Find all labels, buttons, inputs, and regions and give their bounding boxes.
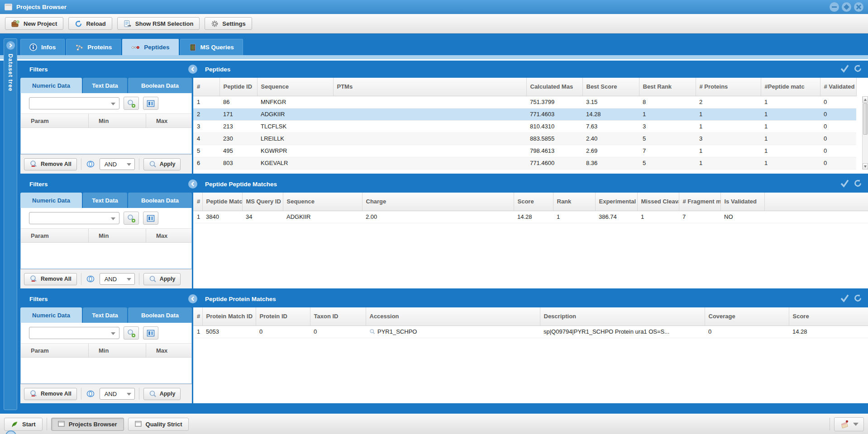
column-header[interactable]: Peptide ID (219, 78, 257, 96)
tab-peptides[interactable]: Peptides (122, 39, 178, 55)
reload-button[interactable]: Reload (68, 17, 112, 30)
settings-button[interactable]: Settings (205, 17, 252, 30)
table-row[interactable]: 1505300PYR1_SCHPOsp|Q09794|PYR1_SCHPO Pr… (193, 326, 868, 338)
vertical-scrollbar[interactable] (862, 96, 868, 170)
max-column-header[interactable]: Max (146, 114, 191, 127)
refresh-icon[interactable] (854, 179, 862, 188)
add-filter-button[interactable] (124, 97, 139, 110)
logic-operator-select[interactable]: AND (100, 388, 135, 400)
validate-check-icon[interactable] (840, 64, 849, 73)
column-header[interactable]: Taxon ID (310, 307, 366, 326)
logic-info-icon[interactable] (86, 275, 95, 283)
chevron-right-circle-icon[interactable] (6, 41, 15, 50)
collapse-filters-icon[interactable] (188, 65, 197, 74)
collapse-filters-icon[interactable] (188, 294, 197, 303)
table-row[interactable]: 5495KGWRPR798.46132.697110 (193, 145, 856, 157)
remove-all-button[interactable]: Remove All (24, 388, 77, 400)
column-header[interactable]: Score (789, 307, 868, 326)
taskbar-window-projects-browser[interactable]: Projects Browser (51, 418, 124, 431)
column-header[interactable]: # Proteins (696, 78, 761, 96)
logic-operator-select[interactable]: AND (100, 158, 135, 170)
select-columns-button[interactable] (143, 326, 158, 340)
filter-tab-numeric-data[interactable]: Numeric Data (20, 193, 82, 208)
column-header[interactable]: Charge (362, 193, 514, 211)
tab-proteins[interactable]: Proteins (66, 39, 121, 55)
close-button[interactable] (854, 2, 863, 12)
logic-operator-select[interactable]: AND (100, 273, 135, 285)
table-row[interactable]: 1384034ADGKIIR2.0014.281386.7417NO (193, 211, 868, 223)
column-header[interactable]: Description (540, 307, 705, 326)
validate-check-icon[interactable] (840, 294, 849, 302)
column-header[interactable]: PTMs (333, 78, 526, 96)
filter-tab-boolean-data[interactable]: Boolean Data (128, 78, 192, 93)
column-header[interactable]: # Fragment mat (679, 193, 720, 211)
remove-all-button[interactable]: Remove All (24, 158, 77, 170)
start-button[interactable]: Start (4, 418, 43, 431)
show-rsm-selection-button[interactable]: Show RSM Selection (117, 17, 200, 30)
refresh-icon[interactable] (854, 64, 862, 73)
filter-tab-numeric-data[interactable]: Numeric Data (20, 78, 82, 93)
param-column-header[interactable]: Param (21, 114, 89, 127)
column-header[interactable]: Score (514, 193, 553, 211)
column-header[interactable]: Protein ID (256, 307, 310, 326)
filter-tab-boolean-data[interactable]: Boolean Data (128, 307, 192, 323)
filter-tab-numeric-data[interactable]: Numeric Data (20, 307, 82, 323)
column-header[interactable]: Best Rank (639, 78, 696, 96)
remove-all-button[interactable]: Remove All (24, 273, 77, 285)
param-column-header[interactable]: Param (21, 229, 89, 242)
column-header[interactable]: # (193, 193, 202, 211)
logic-info-icon[interactable] (86, 160, 95, 168)
column-header[interactable]: Best Score (582, 78, 639, 96)
column-header[interactable]: Protein Match ID (202, 307, 256, 326)
column-header[interactable]: # Validated pe (820, 78, 856, 96)
column-header[interactable]: Calculated Mas (526, 78, 582, 96)
table-row[interactable]: 4230LREILLK883.58552.405310 (193, 132, 856, 145)
min-column-header[interactable]: Min (89, 114, 146, 127)
table-row[interactable]: 3213TLCFLSK810.43107.633110 (193, 120, 856, 132)
table-row[interactable]: 6803KGEVALR771.46008.365110 (193, 157, 856, 169)
column-header[interactable]: Sequence (283, 193, 362, 211)
scrollbar-thumb[interactable] (863, 103, 868, 135)
logic-info-icon[interactable] (86, 390, 95, 397)
select-columns-button[interactable] (143, 97, 158, 110)
filter-tab-text-data[interactable]: Text Data (83, 78, 127, 93)
apply-filter-button[interactable]: Apply (143, 158, 181, 170)
column-header[interactable]: Peptide Match I (202, 193, 242, 211)
max-column-header[interactable]: Max (146, 344, 191, 357)
column-header[interactable]: #Peptide matc (761, 78, 820, 96)
apply-filter-button[interactable]: Apply (143, 273, 181, 285)
column-header[interactable] (764, 193, 868, 211)
min-column-header[interactable]: Min (89, 344, 146, 357)
maximize-button[interactable] (842, 2, 851, 12)
validate-check-icon[interactable] (840, 179, 849, 188)
memory-cake-button[interactable] (834, 417, 864, 431)
add-filter-button[interactable] (124, 326, 139, 340)
tab-ms-queries[interactable]: MS Queries (180, 39, 243, 55)
filter-tab-text-data[interactable]: Text Data (83, 193, 127, 208)
filter-tab-text-data[interactable]: Text Data (83, 307, 127, 323)
param-column-header[interactable]: Param (21, 344, 89, 357)
column-header[interactable]: Coverage (705, 307, 789, 326)
filter-tab-boolean-data[interactable]: Boolean Data (128, 193, 192, 208)
filter-param-combobox[interactable] (29, 212, 119, 224)
column-header[interactable]: Sequence (257, 78, 333, 96)
select-columns-button[interactable] (143, 212, 158, 225)
minimize-button[interactable] (830, 2, 839, 12)
column-header[interactable]: MS Query ID (242, 193, 283, 211)
table-row[interactable]: 2171ADGKIIR771.460314.281110 (193, 108, 856, 120)
filter-param-combobox[interactable] (29, 327, 119, 339)
add-filter-button[interactable] (124, 212, 139, 225)
scroll-up-arrow[interactable] (863, 96, 868, 103)
table-row[interactable]: 186MNFKGR751.37993.158210 (193, 96, 856, 108)
dataset-tree-panel[interactable]: Dataset tree (4, 38, 17, 410)
collapse-filters-icon[interactable] (188, 179, 197, 189)
column-header[interactable]: Experimental m (595, 193, 637, 211)
filter-param-combobox[interactable] (29, 97, 119, 109)
new-project-button[interactable]: New Project (5, 17, 63, 30)
column-header[interactable]: # (193, 78, 219, 96)
scroll-down-arrow[interactable] (863, 163, 868, 170)
min-column-header[interactable]: Min (89, 229, 146, 242)
column-header[interactable]: Is Validated (720, 193, 764, 211)
column-header[interactable]: Missed Cleavag (637, 193, 679, 211)
column-header[interactable]: # (193, 307, 202, 326)
